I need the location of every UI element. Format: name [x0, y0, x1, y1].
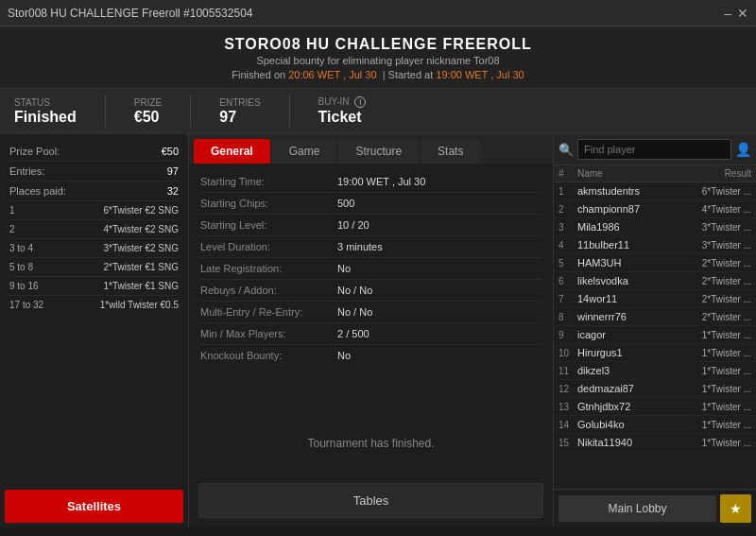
- player-list: 1akmstudentrs6*Twister ...2championn874*…: [554, 182, 756, 489]
- minimize-button[interactable]: –: [724, 6, 731, 21]
- places-label: Places paid:: [9, 185, 66, 197]
- places-row: Places paid: 32: [9, 182, 179, 201]
- entries-label: Entries: [219, 97, 260, 108]
- list-item: Knockout Bounty:No: [200, 345, 541, 366]
- status-item-status: Status Finished: [14, 97, 77, 126]
- list-item: 17 to 321*wild Twister €0.5: [9, 296, 179, 314]
- list-item: 3 to 43*Twister €2 SNG: [9, 239, 179, 258]
- tournament-times: Finished on 20:06 WET , Jul 30 | Started…: [0, 69, 756, 80]
- entries-label-left: Entries:: [9, 165, 44, 177]
- left-panel: Prize Pool: €50 Entries: 97 Places paid:…: [0, 134, 189, 527]
- list-item: 16*Twister €2 SNG: [9, 201, 179, 220]
- add-player-icon[interactable]: 👤: [735, 142, 751, 157]
- list-item: Late Registration:No: [200, 258, 541, 280]
- table-row[interactable]: 8winnerrr762*Twister ...: [554, 308, 756, 326]
- list-item: Level Duration:3 minutes: [200, 236, 541, 258]
- right-panel: 🔍 👤 # Name Result 1akmstudentrs6*Twister…: [553, 134, 756, 527]
- player-list-header: # Name Result: [554, 165, 756, 182]
- entries-value-left: 97: [167, 165, 179, 177]
- status-item-entries: Entries 97: [219, 97, 260, 126]
- tournament-subtitle: Special bounty for eliminating player ni…: [0, 55, 756, 66]
- general-rows: Starting Time:19:00 WET , Jul 30Starting…: [200, 171, 541, 366]
- col-name: Name: [577, 168, 690, 179]
- list-item: Multi-Entry / Re-Entry:No / No: [200, 302, 541, 323]
- table-row[interactable]: 5HAM3UH2*Twister ...: [554, 254, 756, 272]
- started-label: | Started at: [383, 69, 434, 80]
- bottom-bar: Main Lobby ★: [554, 489, 756, 527]
- table-row[interactable]: 714wor112*Twister ...: [554, 290, 756, 308]
- tables-button[interactable]: Tables: [198, 483, 543, 518]
- tournament-header: STORO08 HU CHALLENGE FREEROLL Special bo…: [0, 26, 756, 89]
- satellites-button[interactable]: Satellites: [5, 490, 183, 523]
- list-item: Starting Level:10 / 20: [200, 215, 541, 236]
- list-item: 24*Twister €2 SNG: [9, 220, 179, 239]
- search-icon: 🔍: [558, 143, 574, 157]
- prize-table: Prize Pool: €50 Entries: 97 Places paid:…: [0, 134, 188, 485]
- list-item: 5 to 82*Twister €1 SNG: [9, 258, 179, 277]
- tabs-row: General Game Structure Stats: [189, 134, 553, 164]
- list-item: 9 to 161*Twister €1 SNG: [9, 277, 179, 296]
- tab-general[interactable]: General: [194, 139, 270, 164]
- table-row[interactable]: 3Mila19863*Twister ...: [554, 218, 756, 236]
- table-row[interactable]: 9icagor1*Twister ...: [554, 326, 756, 344]
- close-button[interactable]: ✕: [737, 6, 748, 21]
- pool-value: €50: [162, 146, 179, 157]
- tournament-title: STORO08 HU CHALLENGE FREEROLL: [0, 36, 756, 53]
- tab-stats[interactable]: Stats: [421, 139, 480, 164]
- status-item-buyin: Buy-in i Ticket: [318, 96, 367, 126]
- buyin-label: Buy-in i: [318, 96, 367, 108]
- finished-time: 20:06 WET , Jul 30: [288, 69, 376, 80]
- status-bar: Status Finished Prize €50 Entries 97 Buy…: [0, 89, 756, 134]
- table-row[interactable]: 10Hirurgus11*Twister ...: [554, 344, 756, 362]
- list-item: Rebuys / Addon:No / No: [200, 280, 541, 302]
- main-content: Prize Pool: €50 Entries: 97 Places paid:…: [0, 134, 756, 527]
- tab-game[interactable]: Game: [272, 139, 337, 164]
- divider-3: [289, 95, 290, 128]
- window-controls: – ✕: [724, 6, 748, 21]
- info-icon[interactable]: i: [354, 96, 366, 108]
- divider-2: [190, 95, 191, 128]
- prize-places-list: 16*Twister €2 SNG24*Twister €2 SNG3 to 4…: [9, 201, 179, 314]
- table-row[interactable]: 6likelsvodka2*Twister ...: [554, 272, 756, 290]
- table-row[interactable]: 2championn874*Twister ...: [554, 200, 756, 218]
- prize-value: €50: [134, 109, 162, 126]
- started-time: 19:00 WET , Jul 30: [436, 69, 524, 80]
- center-panel: General Game Structure Stats Starting Ti…: [189, 134, 553, 527]
- entries-value: 97: [219, 109, 260, 126]
- table-row[interactable]: 11dikzel31*Twister ...: [554, 362, 756, 380]
- table-row[interactable]: 1akmstudentrs6*Twister ...: [554, 182, 756, 200]
- pool-label: Prize Pool:: [9, 146, 60, 157]
- finished-label: Finished on: [232, 69, 285, 80]
- col-result: Result: [690, 168, 751, 179]
- tournament-finished-msg: Tournament has finished.: [194, 418, 548, 469]
- general-content: Starting Time:19:00 WET , Jul 30Starting…: [189, 164, 553, 413]
- table-row[interactable]: 14Golubi4ko1*Twister ...: [554, 416, 756, 434]
- col-hash: #: [558, 168, 577, 179]
- entries-row: Entries: 97: [9, 162, 179, 182]
- pool-row: Prize Pool: €50: [9, 142, 179, 162]
- list-item: Starting Time:19:00 WET , Jul 30: [200, 171, 541, 193]
- favorite-button[interactable]: ★: [720, 494, 751, 523]
- status-label: Status: [14, 97, 77, 108]
- search-input[interactable]: [577, 139, 731, 160]
- list-item: Min / Max Players:2 / 500: [200, 323, 541, 345]
- places-value: 32: [167, 185, 179, 197]
- status-value: Finished: [14, 109, 77, 126]
- table-row[interactable]: 13Gtnhjdbx721*Twister ...: [554, 398, 756, 416]
- tab-structure[interactable]: Structure: [338, 139, 419, 164]
- list-item: Starting Chips:500: [200, 193, 541, 215]
- title-bar: Stor008 HU CHALLENGE Freeroll #100553250…: [0, 0, 756, 26]
- search-row: 🔍 👤: [554, 134, 756, 165]
- divider-1: [105, 95, 106, 128]
- window-title: Stor008 HU CHALLENGE Freeroll #100553250…: [8, 7, 252, 20]
- buyin-value: Ticket: [318, 109, 367, 126]
- status-item-prize: Prize €50: [134, 97, 162, 126]
- main-lobby-button[interactable]: Main Lobby: [558, 495, 716, 522]
- table-row[interactable]: 12dedmazai871*Twister ...: [554, 380, 756, 398]
- table-row[interactable]: 15Nikita119401*Twister ...: [554, 434, 756, 452]
- prize-label: Prize: [134, 97, 162, 108]
- table-row[interactable]: 411bulber113*Twister ...: [554, 236, 756, 254]
